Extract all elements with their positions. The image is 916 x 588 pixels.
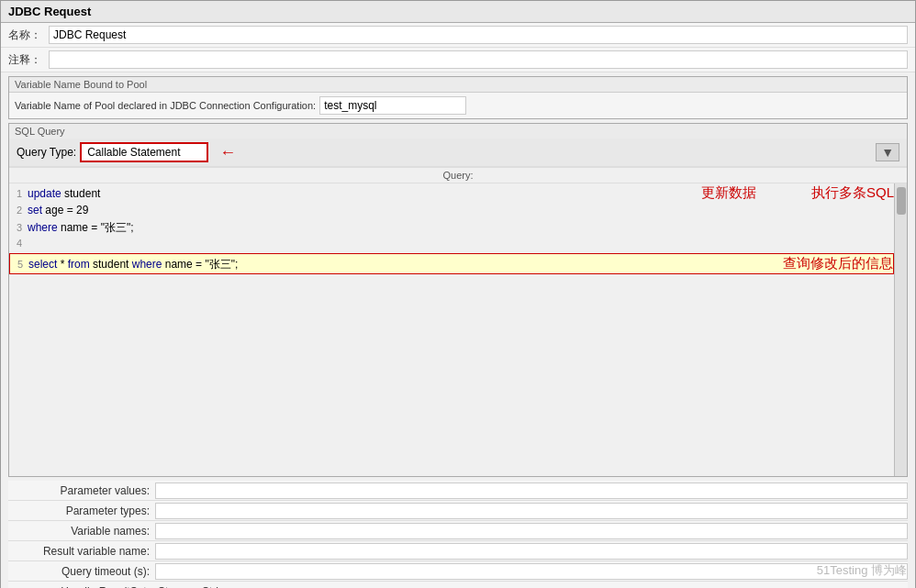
parameter-values-label: Parameter values: xyxy=(8,484,155,497)
dropdown-arrow-button[interactable]: ▼ xyxy=(876,143,899,161)
name-label: 名称： xyxy=(8,28,45,43)
code-area-wrapper: 1 update student 更新数据 执行多条SQL 2 set age … xyxy=(9,183,907,476)
name-row: 名称： xyxy=(1,23,915,48)
line-content-3: where name = "张三"; xyxy=(28,220,894,236)
parameter-values-input[interactable] xyxy=(155,483,908,499)
vertical-scrollbar[interactable] xyxy=(894,183,907,476)
window-title: JDBC Request xyxy=(1,1,915,23)
bottom-fields: Parameter values: Parameter types: Varia… xyxy=(8,481,908,588)
multi-sql-annotation: 执行多条SQL xyxy=(811,184,894,202)
pool-label: Variable Name of Pool declared in JDBC C… xyxy=(15,100,316,111)
code-line-1: 1 update student 更新数据 执行多条SQL xyxy=(9,183,894,203)
line-num-4: 4 xyxy=(9,238,28,249)
query-timeout-label: Query timeout (s): xyxy=(8,565,155,578)
parameter-types-input[interactable] xyxy=(155,503,908,519)
code-empty-space xyxy=(9,274,894,476)
result-variable-label: Result variable name: xyxy=(8,545,155,558)
code-line-4: 4 xyxy=(9,237,894,253)
query-type-row: Query Type: Callable Statement ← ▼ xyxy=(9,139,907,167)
query-timeout-input[interactable] xyxy=(155,563,908,580)
line-content-2: set age = 29 xyxy=(28,204,894,216)
sql-query-section: SQL Query Query Type: Callable Statement… xyxy=(8,123,908,477)
comment-row: 注释： xyxy=(1,48,915,72)
name-input[interactable] xyxy=(49,26,908,44)
sql-query-title: SQL Query xyxy=(9,124,907,139)
line-num-3: 3 xyxy=(9,222,28,233)
query-timeout-row: Query timeout (s): xyxy=(8,561,908,582)
variable-names-label: Variable names: xyxy=(8,525,155,538)
variable-names-input[interactable] xyxy=(155,523,908,539)
pool-section-title: Variable Name Bound to Pool xyxy=(9,77,907,93)
pool-input[interactable] xyxy=(319,96,466,115)
result-variable-input[interactable] xyxy=(155,543,908,560)
query-type-label: Query Type: xyxy=(17,146,76,159)
update-annotation: 更新数据 xyxy=(701,184,756,202)
arrow-icon: ← xyxy=(219,143,236,162)
code-line-3: 3 where name = "张三"; xyxy=(9,219,894,237)
handle-resultset-value: Store as String xyxy=(155,585,908,589)
pool-section: Variable Name Bound to Pool Variable Nam… xyxy=(8,76,908,119)
result-variable-row: Result variable name: xyxy=(8,541,908,561)
query-label: Query: xyxy=(9,167,907,183)
code-line-2: 2 set age = 29 xyxy=(9,203,894,219)
query-type-box[interactable]: Callable Statement xyxy=(80,142,208,162)
line-num-5: 5 xyxy=(10,259,28,270)
query-type-select-wrapper: Callable Statement ← xyxy=(80,142,236,162)
line-num-2: 2 xyxy=(9,205,28,216)
comment-input[interactable] xyxy=(49,50,908,69)
query-annotation: 查询修改后的信息 xyxy=(783,255,893,272)
line-content-5: select * from student where name = "张三"; xyxy=(28,257,774,272)
line-num-1: 1 xyxy=(9,188,28,199)
jdbc-request-window: JDBC Request 名称： 注释： Variable Name Bound… xyxy=(0,0,916,588)
handle-resultset-label: Handle ResultSet: xyxy=(8,585,155,589)
code-line-5: 5 select * from student where name = "张三… xyxy=(9,253,894,274)
pool-section-inner: Variable Name of Pool declared in JDBC C… xyxy=(9,93,907,118)
parameter-types-row: Parameter types: xyxy=(8,501,908,521)
variable-names-row: Variable names: xyxy=(8,521,908,541)
pool-row: Variable Name of Pool declared in JDBC C… xyxy=(15,96,901,115)
comment-label: 注释： xyxy=(8,52,45,68)
parameter-types-label: Parameter types: xyxy=(8,505,155,517)
code-editor[interactable]: 1 update student 更新数据 执行多条SQL 2 set age … xyxy=(9,183,894,476)
line-content-1: update student xyxy=(28,187,683,200)
parameter-values-row: Parameter values: xyxy=(8,481,908,501)
handle-resultset-row: Handle ResultSet: Store as String xyxy=(8,582,908,588)
scrollbar-thumb[interactable] xyxy=(897,187,906,215)
